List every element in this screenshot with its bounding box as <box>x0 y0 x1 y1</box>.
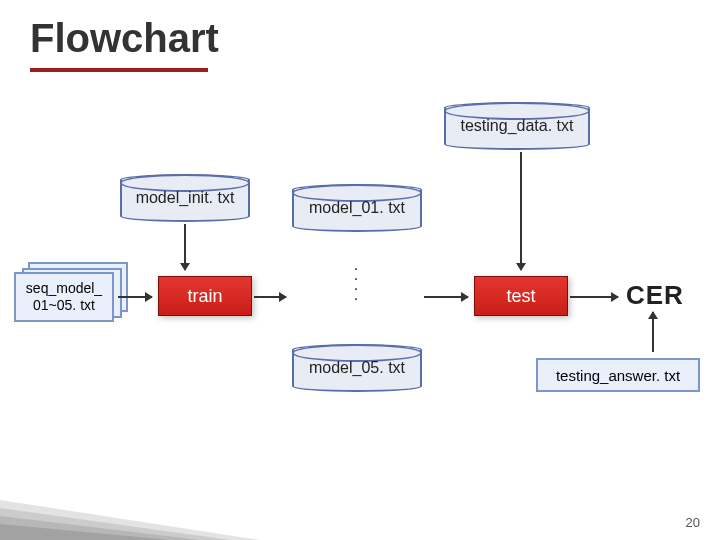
cylinder-testing-data: testing_data. txt <box>444 102 590 150</box>
process-label: test <box>506 286 535 307</box>
file-label: testing_answer. txt <box>556 367 680 384</box>
cylinder-label: testing_data. txt <box>461 117 574 135</box>
arrow-seqmodel-to-train <box>118 296 152 298</box>
arrow-test-to-cer <box>570 296 618 298</box>
process-label: train <box>187 286 222 307</box>
file-testing-answer: testing_answer. txt <box>536 358 700 392</box>
process-train: train <box>158 276 252 316</box>
cylinder-label: model_05. txt <box>309 359 405 377</box>
page-title: Flowchart <box>30 16 219 61</box>
arrow-models-to-test <box>424 296 468 298</box>
arrow-answer-to-cer <box>652 312 654 352</box>
arrow-train-to-models <box>254 296 286 298</box>
cylinder-label: model_init. txt <box>136 189 235 207</box>
arrow-modelinit-to-train <box>184 224 186 270</box>
cylinder-model-01: model_01. txt <box>292 184 422 232</box>
file-label: seq_model_ 01~05. txt <box>26 280 102 314</box>
arrow-testingdata-to-test <box>520 152 522 270</box>
title-underline <box>30 68 208 72</box>
process-test: test <box>474 276 568 316</box>
cylinder-model-init: model_init. txt <box>120 174 250 222</box>
ellipsis-dots: . . . . <box>354 260 358 300</box>
cylinder-model-05: model_05. txt <box>292 344 422 392</box>
output-cer: CER <box>626 280 684 311</box>
cylinder-label: model_01. txt <box>309 199 405 217</box>
decorative-wedge <box>0 470 260 540</box>
file-seq-model: seq_model_ 01~05. txt <box>14 272 114 322</box>
page-number: 20 <box>686 515 700 530</box>
